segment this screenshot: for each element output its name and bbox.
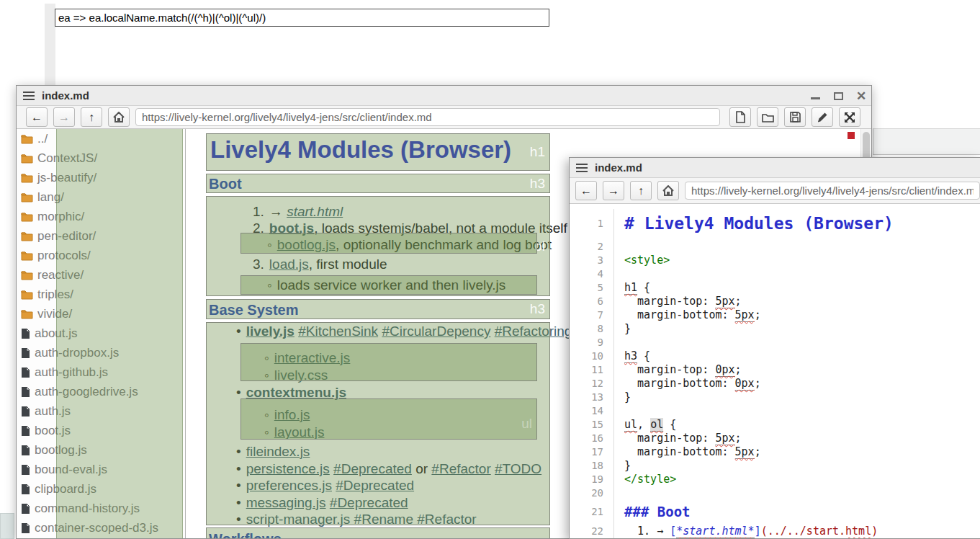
url-input[interactable] (135, 108, 720, 126)
home-icon (662, 185, 674, 196)
window1-titlebar[interactable]: index.md ✕ (17, 86, 871, 106)
url-input[interactable] (685, 182, 980, 200)
md-link[interactable]: #TODO (495, 461, 541, 476)
md-link[interactable]: #Refactor (417, 512, 476, 527)
window2-titlebar[interactable]: index.md (570, 158, 980, 178)
md-link[interactable]: boot.js (269, 220, 314, 236)
code-line: </style> (614, 473, 980, 486)
md-link[interactable]: #Refactor (431, 461, 490, 476)
red-square-marker (848, 132, 855, 139)
ul-highlight-overlay (56, 129, 183, 538)
close-icon[interactable]: ✕ (855, 90, 867, 102)
pencil-icon (817, 112, 828, 123)
code-token: h1 (624, 281, 637, 295)
home-button[interactable] (108, 107, 130, 127)
md-link[interactable]: layout.js (274, 424, 325, 440)
list-marker: ◦ (267, 237, 272, 253)
menu-icon[interactable] (576, 164, 588, 172)
md-list-item: 2.boot.js, loads systemjs/babel, not a m… (253, 220, 567, 236)
editor-line: 14 (570, 404, 980, 418)
md-list-item: •contextmenu.js (236, 385, 346, 401)
md-list-item: 3.load.js, first module (253, 257, 387, 272)
md-link[interactable]: lively.js (246, 324, 295, 339)
md-text: → (269, 204, 287, 219)
new-file-button[interactable] (729, 107, 751, 127)
code-line (614, 336, 980, 349)
file-icon (21, 445, 30, 456)
md-link[interactable]: messaging.js (246, 495, 326, 510)
back-button[interactable]: ← (26, 107, 48, 127)
forward-button[interactable]: → (603, 181, 624, 200)
back-button[interactable]: ← (575, 181, 597, 200)
md-link[interactable]: #CircularDepency (382, 324, 490, 339)
background-strip (45, 4, 55, 86)
file-icon (21, 406, 30, 417)
maximize-icon[interactable] (832, 90, 844, 102)
md-link[interactable]: load.js (269, 257, 309, 272)
md-link[interactable]: #Deprecated (333, 461, 412, 476)
line-number: 7 (570, 308, 614, 322)
save-icon (790, 112, 801, 122)
md-link[interactable]: #Refactoring (495, 324, 572, 339)
md-link[interactable]: #Deprecated (336, 478, 414, 493)
menu-icon[interactable] (23, 92, 35, 100)
list-marker: ◦ (264, 350, 269, 366)
code-token: margin-top: (624, 295, 715, 308)
window1-toolbar: ← → ↑ (17, 106, 871, 129)
md-text: , loads systemjs/babel, not a module its… (314, 220, 567, 236)
md-link[interactable]: start.html (287, 204, 343, 219)
line-number: 19 (570, 473, 614, 486)
line-number: 17 (570, 445, 614, 459)
md-title: Lively4 Modules (Browser) (210, 136, 511, 164)
line-number: 18 (570, 459, 614, 473)
code-token: html (845, 525, 871, 538)
md-list-item: ◦layout.js (264, 424, 324, 440)
md-link[interactable]: info.js (274, 407, 310, 422)
forward-button[interactable]: → (53, 107, 75, 127)
md-list-item: •preferences.js #Deprecated (236, 478, 414, 494)
code-line: margin-top: 0px; (614, 363, 980, 377)
md-link[interactable]: interactive.js (274, 350, 351, 365)
md-list-item: •persistence.js #Deprecated or #Refactor… (236, 461, 541, 477)
home-button[interactable] (657, 181, 679, 200)
line-number: 1 (570, 209, 614, 240)
up-button[interactable]: ↑ (630, 181, 652, 200)
edit-button[interactable] (812, 107, 833, 127)
code-token: ) (871, 525, 878, 538)
minimize-icon[interactable] (809, 90, 821, 102)
md-link[interactable]: persistence.js (246, 461, 330, 476)
home-icon (113, 112, 125, 122)
up-button[interactable]: ↑ (81, 107, 102, 127)
md-link[interactable]: bootlog.js (277, 237, 336, 252)
md-link[interactable]: #Rename (354, 512, 413, 527)
md-link[interactable]: script-manager.js (246, 512, 351, 527)
open-folder-button[interactable] (757, 107, 778, 127)
md-link[interactable]: contextmenu.js (246, 385, 346, 400)
list-marker: • (236, 512, 241, 527)
save-button[interactable] (784, 107, 806, 127)
highlight-label: ul (521, 416, 532, 432)
md-text: , optionally benchmark and log boot (336, 237, 552, 252)
code-token: ol (650, 418, 663, 432)
line-number: 16 (570, 432, 614, 445)
editor-line: 1# Lively4 Modules (Browser) (570, 209, 980, 240)
md-link[interactable]: fileindex.js (246, 444, 310, 459)
fullscreen-button[interactable] (839, 107, 860, 127)
file-icon (21, 386, 30, 398)
editor-line: 12 margin-bottom: 0px; (570, 377, 980, 391)
expression-input[interactable] (55, 9, 549, 27)
code-editor[interactable]: 1# Lively4 Modules (Browser)23<style>45h… (570, 205, 980, 538)
md-heading-base-system: Base System (209, 302, 299, 318)
line-number: 9 (570, 336, 614, 349)
md-link[interactable]: #KitchenSink (298, 324, 378, 339)
md-link[interactable]: preferences.js (246, 478, 332, 493)
file-icon (21, 484, 30, 495)
line-number: 11 (570, 363, 614, 377)
code-token: *start.html* (676, 525, 754, 538)
list-marker: ◦ (267, 277, 272, 293)
md-link[interactable]: lively.css (274, 368, 328, 383)
md-list-item: ◦bootlog.js, optionally benchmark and lo… (267, 237, 552, 253)
md-link[interactable]: #Deprecated (330, 495, 408, 510)
code-line (614, 267, 980, 281)
line-number: 5 (570, 281, 614, 295)
